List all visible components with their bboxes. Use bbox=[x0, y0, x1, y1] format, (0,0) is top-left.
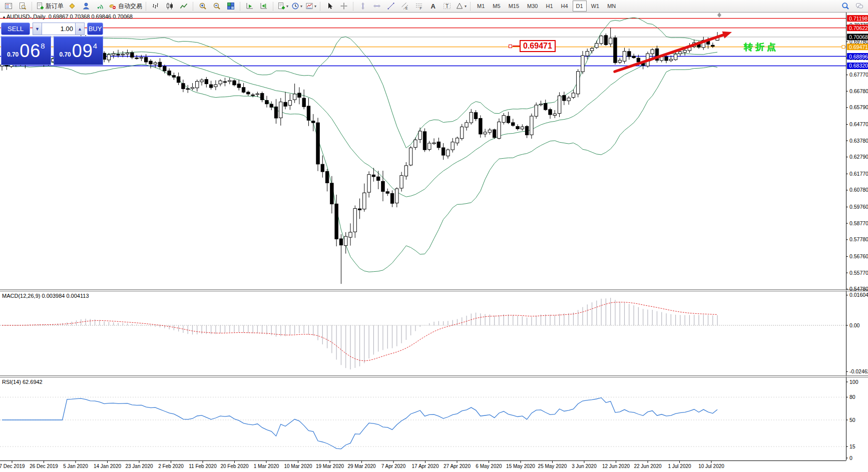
svg-text:E: E bbox=[405, 7, 408, 10]
chevron-down-icon: ▾ bbox=[314, 4, 316, 9]
textT-icon: T bbox=[443, 2, 451, 10]
chat-icon bbox=[855, 2, 863, 10]
search-button[interactable] bbox=[838, 1, 852, 12]
cursor-button[interactable] bbox=[323, 1, 337, 12]
svg-text:29 Mar 2020: 29 Mar 2020 bbox=[347, 463, 376, 469]
chevron-down-icon: ▾ bbox=[300, 4, 302, 9]
zoom-in-button[interactable] bbox=[196, 1, 210, 12]
timeframe-m5[interactable]: M5 bbox=[489, 1, 504, 12]
market-watch-button[interactable] bbox=[2, 1, 16, 12]
volume-increase-button[interactable]: ▲ bbox=[75, 23, 85, 35]
chart-shift-button[interactable] bbox=[257, 1, 271, 12]
volume-input[interactable]: 1.00 bbox=[42, 23, 75, 35]
community-button[interactable] bbox=[79, 1, 93, 12]
one-click-trading-panel: SELL ▼ 1.00 ▲ BUY 0.70068 0.70094 bbox=[1, 23, 103, 65]
templates-button[interactable]: ▾ bbox=[304, 1, 318, 12]
svg-text:2 Feb 2020: 2 Feb 2020 bbox=[158, 463, 184, 469]
autotrading-button[interactable]: 自动交易 bbox=[107, 1, 144, 12]
shapes-button[interactable]: ▾ bbox=[454, 1, 468, 12]
svg-text:11 Feb 2020: 11 Feb 2020 bbox=[189, 463, 217, 469]
price-annotation[interactable]: 0.69471 bbox=[520, 40, 556, 52]
crosshair-button[interactable] bbox=[337, 1, 351, 12]
toolbar-separator bbox=[273, 2, 274, 11]
channel-icon: E bbox=[401, 2, 409, 10]
svg-text:22 Jun 2020: 22 Jun 2020 bbox=[634, 463, 661, 469]
volume-stepper: ▼ 1.00 ▲ bbox=[33, 23, 85, 35]
buy-price-button[interactable]: 0.70094 bbox=[54, 36, 104, 65]
timeframe-m30[interactable]: M30 bbox=[524, 1, 541, 12]
horizontal-line-button[interactable] bbox=[370, 1, 384, 12]
line-chart-button[interactable] bbox=[177, 1, 191, 12]
svg-text:T: T bbox=[446, 4, 449, 9]
chat-button[interactable] bbox=[852, 1, 866, 12]
shapes-icon bbox=[456, 2, 464, 10]
timeframe-d1[interactable]: D1 bbox=[573, 1, 587, 12]
svg-text:50: 50 bbox=[849, 417, 855, 423]
annotation-handle[interactable] bbox=[509, 45, 512, 48]
bars-icon bbox=[152, 2, 160, 10]
timeframe-h1[interactable]: H1 bbox=[542, 1, 556, 12]
symbol-triangle-icon: ▴ bbox=[3, 15, 5, 19]
svg-text:0.70068: 0.70068 bbox=[849, 34, 868, 40]
svg-text:0.68320: 0.68320 bbox=[849, 63, 868, 69]
svg-text:0.016048: 0.016048 bbox=[849, 292, 868, 298]
tline-icon bbox=[387, 2, 395, 10]
pageplus-icon bbox=[277, 2, 285, 10]
timeframe-m1[interactable]: M1 bbox=[474, 1, 488, 12]
sell-button[interactable]: SELL bbox=[1, 23, 30, 35]
svg-text:6 May 2020: 6 May 2020 bbox=[476, 463, 502, 469]
chartshift-icon bbox=[260, 2, 268, 10]
timeframe-mn[interactable]: MN bbox=[604, 1, 619, 12]
expert-advisors-button[interactable] bbox=[65, 1, 79, 12]
zoom-out-button[interactable] bbox=[210, 1, 224, 12]
list-icon bbox=[5, 2, 13, 10]
turning-point-label[interactable]: 转折点 bbox=[744, 41, 778, 53]
volume-decrease-button[interactable]: ▼ bbox=[33, 23, 42, 35]
grid-icon bbox=[227, 2, 235, 10]
timeframe-w1[interactable]: W1 bbox=[588, 1, 603, 12]
svg-text:0.71198: 0.71198 bbox=[849, 16, 867, 22]
crosshair-icon bbox=[340, 2, 348, 10]
svg-text:1 Mar 2020: 1 Mar 2020 bbox=[254, 463, 279, 469]
svg-text:0.67770: 0.67770 bbox=[849, 72, 868, 78]
sell-price-button[interactable]: 0.70068 bbox=[1, 36, 51, 65]
vertical-line-button[interactable] bbox=[356, 1, 370, 12]
text-button[interactable]: A bbox=[426, 1, 440, 12]
symbol-info-line: ▴AUDUSD-,Daily 0.69867 0.70368 0.69846 0… bbox=[3, 14, 133, 20]
bar-chart-button[interactable] bbox=[149, 1, 163, 12]
signal-icon bbox=[96, 2, 104, 10]
svg-text:0.62790: 0.62790 bbox=[849, 154, 868, 160]
pageplus-icon bbox=[36, 2, 44, 10]
candlestick-chart-button[interactable] bbox=[163, 1, 177, 12]
symbol-ohlc: 0.69867 0.70368 0.69846 0.70068 bbox=[49, 14, 133, 20]
tile-windows-button[interactable] bbox=[224, 1, 238, 12]
fibonacci-button[interactable]: F bbox=[412, 1, 426, 12]
svg-text:5 Jan 2020: 5 Jan 2020 bbox=[63, 463, 88, 469]
auto-scroll-button[interactable] bbox=[243, 1, 257, 12]
svg-text:25 May 2020: 25 May 2020 bbox=[538, 463, 567, 469]
timeframe-m15[interactable]: M15 bbox=[505, 1, 523, 12]
svg-text:0.00: 0.00 bbox=[849, 322, 860, 328]
data-window-button[interactable] bbox=[16, 1, 30, 12]
periods-button[interactable]: ▾ bbox=[290, 1, 304, 12]
label-button[interactable]: T bbox=[440, 1, 454, 12]
indicators-button[interactable]: ▾ bbox=[276, 1, 290, 12]
buy-button[interactable]: BUY bbox=[87, 23, 103, 35]
timeframe-h4[interactable]: H4 bbox=[558, 1, 572, 12]
new-order-button[interactable]: 新订单 bbox=[35, 1, 65, 12]
magminus-icon bbox=[213, 2, 221, 10]
svg-text:7 Dec 2019: 7 Dec 2019 bbox=[0, 463, 25, 469]
svg-text:0.61770: 0.61770 bbox=[849, 171, 868, 177]
chart-canvas[interactable]: 0.707700.697800.687900.677700.667800.657… bbox=[0, 0, 868, 472]
trendline-button[interactable] bbox=[384, 1, 398, 12]
svg-text:0.69471: 0.69471 bbox=[849, 44, 868, 50]
svg-text:0.57780: 0.57780 bbox=[849, 236, 868, 242]
svg-text:0.54780: 0.54780 bbox=[849, 286, 868, 292]
svg-text:0.55770: 0.55770 bbox=[849, 270, 868, 276]
signals-button[interactable] bbox=[93, 1, 107, 12]
svg-text:10 Mar 2020: 10 Mar 2020 bbox=[284, 463, 312, 469]
channel-button[interactable]: E bbox=[398, 1, 412, 12]
svg-text:0.58770: 0.58770 bbox=[849, 220, 868, 226]
svg-text:1 Jul 2020: 1 Jul 2020 bbox=[668, 463, 691, 469]
svg-text:0.59760: 0.59760 bbox=[849, 204, 868, 210]
